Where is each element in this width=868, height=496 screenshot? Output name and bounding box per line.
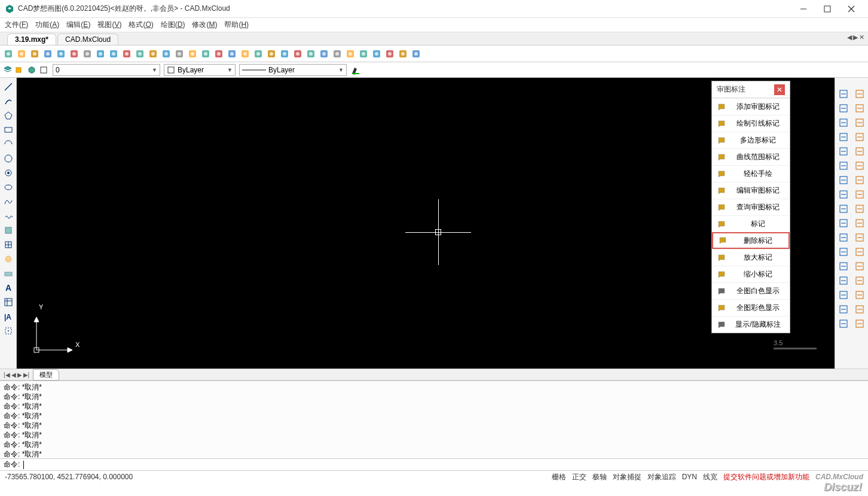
dimedit-icon[interactable] [838, 218, 849, 229]
print-icon[interactable] [397, 48, 409, 60]
status-toggle-对象捕捉[interactable]: 对象捕捉 [613, 472, 641, 482]
arc-icon[interactable] [3, 153, 14, 164]
jog-icon[interactable] [838, 247, 849, 257]
redo-icon[interactable] [331, 48, 343, 60]
mtab-next-icon[interactable]: ▶ [17, 372, 22, 378]
dim-radius-icon[interactable] [838, 132, 849, 142]
repeat-icon[interactable] [854, 103, 865, 114]
rectangle-icon[interactable] [3, 124, 14, 135]
offset-icon[interactable] [854, 146, 865, 157]
pdf-icon[interactable] [384, 48, 396, 60]
review-item-8[interactable]: 删除标记 [712, 232, 790, 249]
review-item-10[interactable]: 缩小标记 [712, 266, 790, 282]
undo-icon[interactable] [318, 48, 330, 60]
mtab-prev-icon[interactable]: ◀ [11, 372, 16, 378]
trim-icon[interactable] [854, 232, 865, 243]
review-item-2[interactable]: 多边形标记 [712, 132, 790, 148]
web-icon[interactable] [357, 48, 369, 60]
lineweight-select[interactable]: ByLayer ▼ [239, 64, 347, 76]
textstyle-icon[interactable] [252, 48, 264, 60]
region-icon[interactable] [3, 254, 14, 264]
tab-close-icon[interactable]: ✕ [859, 34, 864, 41]
zoomall-icon[interactable] [160, 48, 172, 60]
insert-icon[interactable] [3, 239, 14, 250]
close-button[interactable] [839, 1, 863, 17]
status-toggle-极轴[interactable]: 极轴 [592, 472, 607, 482]
menu-h[interactable]: 帮助(H) [224, 20, 249, 30]
review-item-0[interactable]: 添加审图标记 [712, 98, 790, 115]
menu-m[interactable]: 修改(M) [192, 20, 217, 30]
zoomin-icon[interactable] [94, 48, 106, 60]
dimstyle-icon[interactable] [239, 48, 251, 60]
menu-v[interactable]: 视图(V) [97, 20, 121, 30]
dimstyle-icon[interactable] [838, 232, 849, 243]
line-icon[interactable] [3, 81, 14, 92]
mirror-icon[interactable] [854, 132, 865, 142]
review-item-1[interactable]: 绘制引线标记 [712, 115, 790, 132]
mtab-last-icon[interactable]: ▶| [23, 372, 30, 378]
color-brush-icon[interactable] [350, 65, 361, 75]
zoomwin-icon[interactable] [121, 48, 133, 60]
revcloud-icon[interactable] [3, 211, 14, 221]
status-feedback-link[interactable]: 提交软件问题或增加新功能 [723, 472, 809, 482]
review-item-4[interactable]: 轻松手绘 [712, 165, 790, 182]
layer-select[interactable]: 0 ▼ [53, 64, 160, 76]
layer-manager-icon[interactable] [2, 65, 13, 75]
ellipse-icon[interactable] [3, 182, 14, 193]
move-icon[interactable] [854, 175, 865, 185]
polygon-icon[interactable] [3, 110, 14, 121]
point-icon[interactable] [3, 325, 14, 336]
review-item-7[interactable]: 标记 [712, 215, 790, 232]
review-item-12[interactable]: 全图彩色显示 [712, 299, 790, 316]
dim-angular-icon[interactable] [838, 117, 849, 128]
dim-diameter-icon[interactable] [838, 146, 849, 157]
zoomout-icon[interactable] [108, 48, 120, 60]
dim-ordinate-icon[interactable] [838, 160, 849, 171]
donut-icon[interactable] [3, 168, 14, 178]
review-item-6[interactable]: 查询审图标记 [712, 199, 790, 215]
sync-icon[interactable] [371, 48, 383, 60]
leader-icon[interactable] [838, 203, 849, 214]
measure-icon[interactable] [854, 89, 865, 99]
layer-icon[interactable] [187, 48, 198, 60]
arc-tool-icon[interactable] [3, 96, 14, 106]
layer-prev-icon[interactable] [14, 65, 25, 75]
mtab-first-icon[interactable]: |◀ [4, 372, 10, 378]
break-icon[interactable] [838, 290, 849, 300]
tolerance-icon[interactable] [838, 189, 849, 200]
color-icon[interactable] [200, 48, 212, 60]
image-icon[interactable] [279, 48, 291, 60]
block-icon[interactable] [292, 48, 304, 60]
circle-icon[interactable] [3, 139, 14, 150]
block-icon[interactable] [3, 268, 14, 279]
cloud-icon[interactable] [344, 48, 356, 60]
status-toggle-DYN[interactable]: DYN [682, 473, 697, 481]
grid-icon[interactable] [838, 175, 849, 185]
doc-tab-0[interactable]: CAD.MxCloud [57, 34, 118, 45]
baseline-icon[interactable] [838, 275, 849, 286]
zoom-icon[interactable] [81, 48, 93, 60]
linetype-select[interactable]: ByLayer ▼ [164, 64, 236, 76]
menu-a[interactable]: 功能(A) [35, 20, 59, 30]
join-icon[interactable] [854, 275, 865, 286]
chamfer-icon[interactable] [854, 290, 865, 300]
open-icon[interactable] [16, 48, 27, 60]
hatch-icon[interactable] [3, 225, 14, 236]
extend2-icon[interactable] [854, 247, 865, 257]
layer-state-icon[interactable] [26, 65, 37, 75]
review-item-3[interactable]: 曲线范围标记 [712, 148, 790, 165]
hatch-icon[interactable] [265, 48, 277, 60]
spline-icon[interactable] [3, 196, 14, 207]
panel-header[interactable]: 审图标注 ✕ [712, 81, 790, 98]
explode-icon[interactable] [854, 318, 865, 329]
save-icon[interactable] [42, 48, 54, 60]
dim-aligned-icon[interactable] [838, 103, 849, 114]
insert-icon[interactable] [305, 48, 317, 60]
text-icon[interactable]: A [3, 282, 14, 293]
cut-icon[interactable] [838, 304, 849, 315]
array-icon[interactable] [854, 160, 865, 171]
dim-linear-icon[interactable] [838, 89, 849, 99]
tab-next-icon[interactable]: ▶ [853, 34, 858, 41]
status-toggle-正交[interactable]: 正交 [572, 472, 586, 482]
review-item-13[interactable]: 显示/隐藏标注 [712, 316, 790, 333]
